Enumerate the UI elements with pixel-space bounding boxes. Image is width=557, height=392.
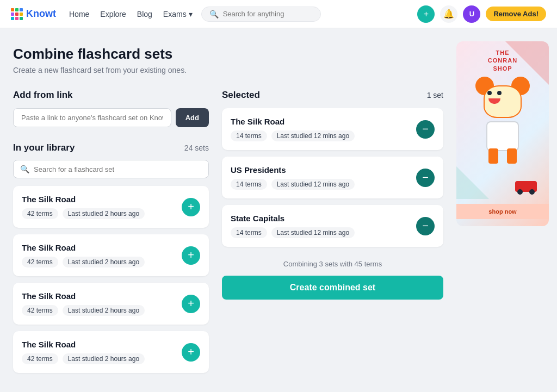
ad-shop-now[interactable]: shop now [456, 204, 549, 219]
terms-badge: 42 terms [22, 257, 58, 267]
nav-exams[interactable]: Exams ▾ [163, 10, 193, 18]
card-meta: 14 terms Last studied 12 mins ago [231, 130, 355, 141]
last-studied-badge: Last studied 12 mins ago [271, 130, 355, 141]
brand-dot [15, 13, 18, 16]
card-meta: 42 terms Last studied 2 hours ago [22, 257, 145, 267]
card-title: The Silk Road [22, 195, 145, 204]
terms-badge: 42 terms [22, 208, 58, 219]
nav-links: Home Explore Blog Exams ▾ [69, 10, 193, 18]
right-column: Selected 1 set The Silk Road 14 terms La… [222, 90, 443, 379]
library-title: In your library [13, 142, 75, 153]
add-button[interactable]: + [417, 5, 435, 23]
card-title: US Presidents [231, 165, 355, 175]
card-meta: 14 terms Last studied 12 mins ago [231, 227, 355, 238]
ad-toy [475, 77, 530, 164]
notifications-button[interactable]: 🔔 [440, 5, 457, 23]
card-info: The Silk Road 42 terms Last studied 2 ho… [22, 195, 145, 219]
last-studied-badge: Last studied 2 hours ago [63, 353, 145, 364]
selected-header: Selected 1 set [222, 90, 443, 101]
two-column-layout: Add from link Add In your library 24 set… [13, 90, 443, 379]
last-studied-badge: Last studied 2 hours ago [63, 208, 145, 219]
brand-icon [11, 8, 23, 20]
chevron-down-icon: ▾ [189, 10, 193, 18]
main-content: Combine flashcard sets Create a new flas… [0, 28, 456, 392]
brand-dot [20, 8, 23, 11]
card-info: The Silk Road 42 terms Last studied 2 ho… [22, 291, 145, 316]
car-body [515, 181, 537, 192]
card-meta: 42 terms Last studied 2 hours ago [22, 208, 145, 219]
add-from-link-title: Add from link [13, 90, 209, 101]
page-subtitle: Create a new flashcard set from your exi… [13, 66, 443, 74]
nav-home[interactable]: Home [69, 10, 89, 18]
remove-from-selected-button[interactable]: − [416, 120, 435, 139]
library-count: 24 sets [184, 144, 209, 152]
car-wheel [517, 189, 523, 195]
ad-toy-car [515, 181, 537, 192]
nav-explore[interactable]: Explore [100, 10, 126, 18]
link-input-row: Add [13, 108, 209, 127]
last-studied-badge: Last studied 12 mins ago [271, 227, 355, 238]
add-to-selected-button[interactable]: + [182, 295, 200, 313]
toy-eye [497, 91, 502, 95]
card-info: The Silk Road 42 terms Last studied 2 ho… [22, 340, 145, 364]
add-to-selected-button[interactable]: + [182, 246, 200, 265]
navbar: Knowt Home Explore Blog Exams ▾ 🔍 + 🔔 U … [0, 0, 557, 28]
library-card: The Silk Road 42 terms Last studied 2 ho… [13, 186, 209, 228]
terms-badge: 42 terms [22, 305, 58, 316]
library-header: In your library 24 sets [13, 142, 209, 153]
toy-leg-right [507, 148, 517, 164]
avatar[interactable]: U [463, 5, 480, 23]
selected-count: 1 set [427, 91, 443, 99]
toy-face [487, 91, 502, 95]
card-title: The Silk Road [22, 243, 145, 252]
create-combined-button[interactable]: Create combined set [222, 276, 443, 300]
terms-badge: 42 terms [22, 353, 58, 364]
card-title: The Silk Road [231, 117, 355, 126]
ad-panel: THE CONRAN SHOP [456, 41, 549, 226]
search-input[interactable] [223, 10, 313, 18]
card-info: US Presidents 14 terms Last studied 12 m… [231, 165, 355, 190]
brand-name: Knowt [26, 8, 56, 20]
last-studied-badge: Last studied 2 hours ago [63, 305, 145, 316]
add-to-selected-button[interactable]: + [182, 343, 200, 362]
remove-ads-button[interactable]: Remove Ads! [486, 7, 546, 21]
card-meta: 14 terms Last studied 12 mins ago [231, 179, 355, 190]
card-meta: 42 terms Last studied 2 hours ago [22, 305, 145, 316]
add-link-button[interactable]: Add [176, 108, 209, 127]
last-studied-badge: Last studied 12 mins ago [271, 179, 355, 190]
library-search-bar[interactable]: 🔍 [13, 160, 209, 178]
ad-visual [464, 77, 541, 196]
add-to-selected-button[interactable]: + [182, 198, 200, 216]
brand-dot [15, 8, 18, 11]
nav-blog[interactable]: Blog [137, 10, 152, 18]
nav-search-bar[interactable]: 🔍 [201, 7, 321, 22]
ad-sidebar: THE CONRAN SHOP [456, 28, 557, 392]
brand-dot [11, 8, 14, 11]
brand-dot [20, 17, 23, 20]
library-card: The Silk Road 42 terms Last studied 2 ho… [13, 234, 209, 276]
card-title: The Silk Road [22, 291, 145, 301]
search-icon: 🔍 [209, 10, 219, 18]
card-info: State Capitals 14 terms Last studied 12 … [231, 214, 355, 238]
terms-badge: 14 terms [231, 227, 267, 238]
card-meta: 42 terms Last studied 2 hours ago [22, 353, 145, 364]
terms-badge: 14 terms [231, 130, 267, 141]
selected-card: State Capitals 14 terms Last studied 12 … [222, 205, 443, 247]
card-info: The Silk Road 14 terms Last studied 12 m… [231, 117, 355, 141]
card-title: The Silk Road [22, 340, 145, 349]
selected-title: Selected [222, 90, 260, 101]
brand-dot [11, 17, 14, 20]
remove-from-selected-button[interactable]: − [416, 169, 435, 187]
card-info: The Silk Road 42 terms Last studied 2 ho… [22, 243, 145, 267]
library-search-input[interactable] [34, 165, 202, 173]
link-input-field[interactable] [13, 108, 171, 127]
toy-leg-left [488, 148, 498, 164]
library-card: The Silk Road 42 terms Last studied 2 ho… [13, 283, 209, 325]
toy-body [486, 121, 519, 151]
car-wheel [529, 189, 535, 195]
selected-card: The Silk Road 14 terms Last studied 12 m… [222, 108, 443, 150]
search-icon: 🔍 [20, 165, 29, 173]
remove-from-selected-button[interactable]: − [416, 217, 435, 235]
combine-info: Combining 3 sets with 45 terms [222, 253, 443, 276]
brand-logo[interactable]: Knowt [11, 8, 56, 20]
